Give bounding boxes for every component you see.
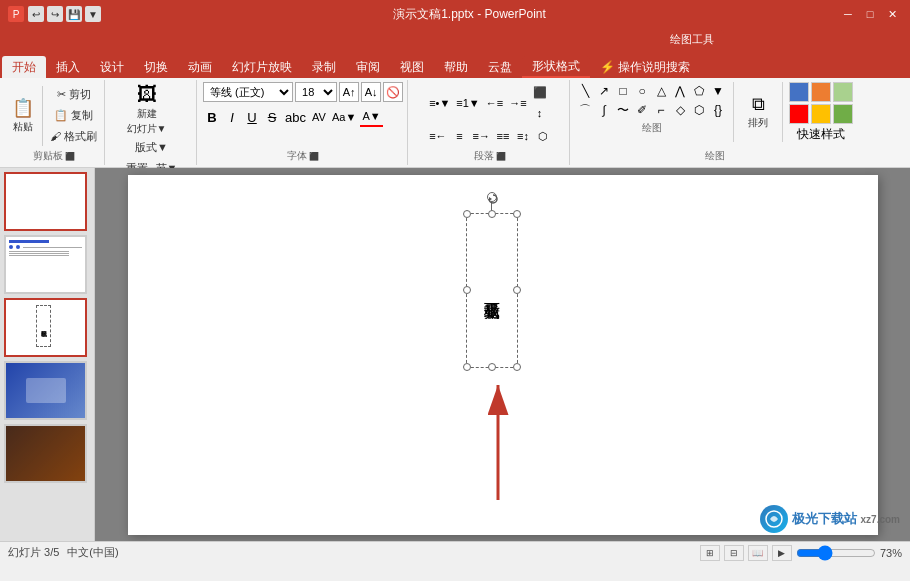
shape-freeform[interactable]: ✐ — [633, 101, 651, 119]
shape-arc[interactable]: ⌒ — [576, 101, 594, 119]
slideshow-button[interactable]: ▶ — [772, 545, 792, 561]
handle-top-left[interactable] — [463, 210, 471, 218]
style-swatch-1[interactable] — [789, 82, 809, 102]
paragraph-expand[interactable]: ⬛ — [496, 152, 506, 161]
shape-brace[interactable]: {} — [709, 101, 727, 119]
normal-view-button[interactable]: ⊞ — [700, 545, 720, 561]
style-swatch-6[interactable] — [833, 104, 853, 124]
shape-circle[interactable]: ○ — [633, 82, 651, 100]
handle-middle-left[interactable] — [463, 286, 471, 294]
zoom-slider[interactable] — [796, 549, 876, 557]
text-box[interactable]: 极光下载站 — [466, 213, 518, 368]
font-color-button[interactable]: A▼ — [360, 107, 382, 127]
arrange-button[interactable]: ⧉ 排列 — [740, 82, 776, 142]
handle-top-right[interactable] — [513, 210, 521, 218]
tab-insert[interactable]: 插入 — [46, 56, 90, 78]
handle-top-middle[interactable] — [488, 210, 496, 218]
italic-button[interactable]: I — [223, 107, 241, 127]
text-content[interactable]: 极光下载站 — [467, 214, 517, 367]
clipboard-expand[interactable]: ⬛ — [65, 152, 75, 161]
font-family-select[interactable]: 等线 (正文) — [203, 82, 293, 102]
slide-thumb-1[interactable] — [4, 172, 87, 231]
columns-button[interactable]: ⬛ — [531, 82, 549, 102]
tab-view[interactable]: 视图 — [390, 56, 434, 78]
increase-font-button[interactable]: A↑ — [339, 82, 359, 102]
undo-button[interactable]: ↩ — [28, 6, 44, 22]
handle-bottom-left[interactable] — [463, 363, 471, 371]
align-center-button[interactable]: ≡ — [451, 126, 469, 146]
shape-triangle[interactable]: △ — [652, 82, 670, 100]
tab-slideshow[interactable]: 幻灯片放映 — [222, 56, 302, 78]
tab-search[interactable]: ⚡ 操作说明搜索 — [590, 56, 700, 78]
style-swatch-2[interactable] — [811, 82, 831, 102]
layout-button[interactable]: 版式▼ — [123, 138, 181, 157]
tab-review[interactable]: 审阅 — [346, 56, 390, 78]
slide-sorter-button[interactable]: ⊟ — [724, 545, 744, 561]
bullet-button[interactable]: ≡•▼ — [427, 93, 452, 113]
shape-diamond[interactable]: ◇ — [671, 101, 689, 119]
style-swatch-5[interactable] — [811, 104, 831, 124]
format-painter-button[interactable]: 🖌 格式刷 — [47, 127, 100, 146]
handle-middle-right[interactable] — [513, 286, 521, 294]
main-area: 1 2 — [0, 168, 910, 541]
shape-chevron[interactable]: ⋀ — [671, 82, 689, 100]
underline-button[interactable]: U — [243, 107, 261, 127]
slide-thumb-5[interactable] — [4, 424, 87, 483]
cut-button[interactable]: ✂ 剪切 — [47, 85, 100, 104]
char-spacing-button[interactable]: AV — [310, 107, 328, 127]
close-button[interactable]: ✕ — [882, 5, 902, 23]
line-spacing-button[interactable]: ≡↕ — [514, 126, 532, 146]
font-size-select[interactable]: 18 — [295, 82, 337, 102]
direction-button[interactable]: ↕ — [531, 103, 549, 123]
tab-transitions[interactable]: 切换 — [134, 56, 178, 78]
paste-button[interactable]: 📋 粘贴 — [8, 86, 38, 146]
shape-rect[interactable]: □ — [614, 82, 632, 100]
shape-arrow[interactable]: ↗ — [595, 82, 613, 100]
minimize-button[interactable]: ─ — [838, 5, 858, 23]
tab-animations[interactable]: 动画 — [178, 56, 222, 78]
reading-view-button[interactable]: 📖 — [748, 545, 768, 561]
text-case-button[interactable]: Aa▼ — [330, 107, 358, 127]
handle-bottom-right[interactable] — [513, 363, 521, 371]
bold-button[interactable]: B — [203, 107, 221, 127]
slide-thumb-3[interactable]: 极光下载站 — [4, 298, 87, 357]
tab-home[interactable]: 开始 — [2, 56, 46, 78]
justify-button[interactable]: ≡≡ — [494, 126, 512, 146]
rotate-handle[interactable] — [487, 192, 497, 202]
shape-line[interactable]: ╲ — [576, 82, 594, 100]
decrease-font-button[interactable]: A↓ — [361, 82, 381, 102]
clear-format-button[interactable]: 🚫 — [383, 82, 403, 102]
shadow-button[interactable]: abc — [283, 107, 308, 127]
align-right-button[interactable]: ≡→ — [471, 126, 492, 146]
shape-pentagon[interactable]: ⬠ — [690, 82, 708, 100]
shape-more[interactable]: ▼ — [709, 82, 727, 100]
slide-thumb-2[interactable] — [4, 235, 87, 294]
copy-button[interactable]: 📋 复制 — [47, 106, 100, 125]
slide-canvas[interactable]: 极光下载站 — [128, 175, 878, 535]
redo-button[interactable]: ↪ — [47, 6, 63, 22]
tab-help[interactable]: 帮助 — [434, 56, 478, 78]
handle-bottom-middle[interactable] — [488, 363, 496, 371]
tab-design[interactable]: 设计 — [90, 56, 134, 78]
smartart-button[interactable]: ⬡ — [534, 126, 552, 146]
decrease-indent-button[interactable]: ←≡ — [484, 93, 505, 113]
align-left-button[interactable]: ≡← — [427, 126, 448, 146]
style-swatch-4[interactable] — [789, 104, 809, 124]
save-button[interactable]: 💾 — [66, 6, 82, 22]
font-expand[interactable]: ⬛ — [309, 152, 319, 161]
tab-format[interactable]: 形状格式 — [522, 56, 590, 78]
strikethrough-button[interactable]: S — [263, 107, 281, 127]
tab-record[interactable]: 录制 — [302, 56, 346, 78]
tab-cloud[interactable]: 云盘 — [478, 56, 522, 78]
shape-corner[interactable]: ⌐ — [652, 101, 670, 119]
increase-indent-button[interactable]: →≡ — [507, 93, 528, 113]
shape-hexagon[interactable]: ⬡ — [690, 101, 708, 119]
shape-curve[interactable]: ∫ — [595, 101, 613, 119]
slide-thumb-4[interactable] — [4, 361, 87, 420]
shape-squiggle[interactable]: 〜 — [614, 101, 632, 119]
style-swatch-3[interactable] — [833, 82, 853, 102]
customize-button[interactable]: ▼ — [85, 6, 101, 22]
new-slide-button[interactable]: 🖼 新建 幻灯片▼ — [123, 82, 171, 137]
maximize-button[interactable]: □ — [860, 5, 880, 23]
number-button[interactable]: ≡1▼ — [454, 93, 481, 113]
